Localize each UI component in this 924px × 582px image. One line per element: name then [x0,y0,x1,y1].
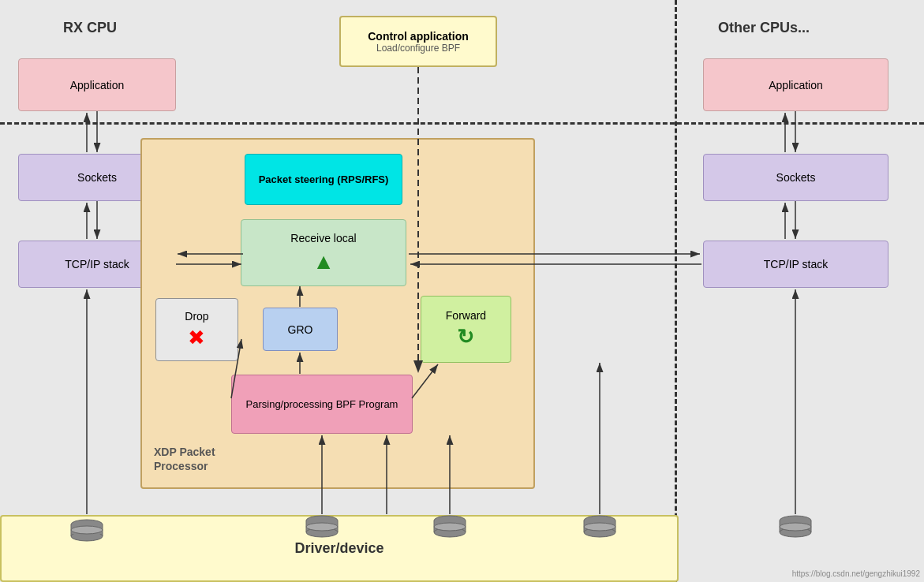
drop-x-icon: ✖ [188,326,205,350]
application-left-box: Application [18,58,176,111]
diagram-container: RX CPU Other CPUs... Control application… [0,0,924,582]
svg-point-46 [780,516,811,525]
xdp-label-line1: XDP Packet [154,445,215,459]
receive-local-label: Receive local [290,232,356,244]
svg-rect-47 [780,520,811,532]
other-cpus-label: Other CPUs... [718,20,810,36]
parsing-processing-box: Parsing/processing BPF Program [231,375,413,434]
packet-steering-label: Packet steering (RPS/RFS) [259,173,389,185]
tcpip-left-label: TCP/IP stack [65,258,129,270]
application-right-label: Application [769,79,823,91]
rx-cpu-label: RX CPU [63,20,117,36]
control-app-line2: Load/configure BPF [376,43,460,54]
horizontal-separator [0,122,924,125]
tcpip-right-label: TCP/IP stack [764,258,828,270]
gro-box: GRO [263,308,338,351]
forward-arrow-icon: ↻ [457,325,474,349]
packet-steering-box: Packet steering (RPS/RFS) [245,154,402,205]
vertical-separator [675,0,677,582]
application-left-label: Application [70,79,125,91]
parsing-processing-label: Parsing/processing BPF Program [246,398,398,410]
svg-point-48 [780,528,811,537]
svg-point-55 [780,523,811,531]
control-app-line1: Control application [368,30,469,43]
gro-label: GRO [288,323,313,336]
receive-local-box: Receive local ▲ [241,219,406,286]
xdp-label: XDP Packet Processor [154,445,215,473]
sockets-right-label: Sockets [776,171,816,184]
control-app-box: Control application Load/configure BPF [339,16,497,67]
up-arrow-icon: ▲ [312,249,335,274]
drop-box: Drop ✖ [155,298,238,361]
driver-device-label: Driver/device [294,540,383,557]
watermark: https://blog.csdn.net/gengzhikui1992 [792,569,920,578]
xdp-label-line2: Processor [154,459,215,473]
forward-box: Forward ↻ [421,296,511,363]
application-right-box: Application [703,58,888,111]
sockets-left-label: Sockets [77,171,117,184]
drop-label: Drop [185,310,208,323]
sockets-right-box: Sockets [703,154,888,201]
tcpip-right-box: TCP/IP stack [703,241,888,288]
forward-label: Forward [446,309,486,322]
driver-device-bar: Driver/device [0,515,679,582]
